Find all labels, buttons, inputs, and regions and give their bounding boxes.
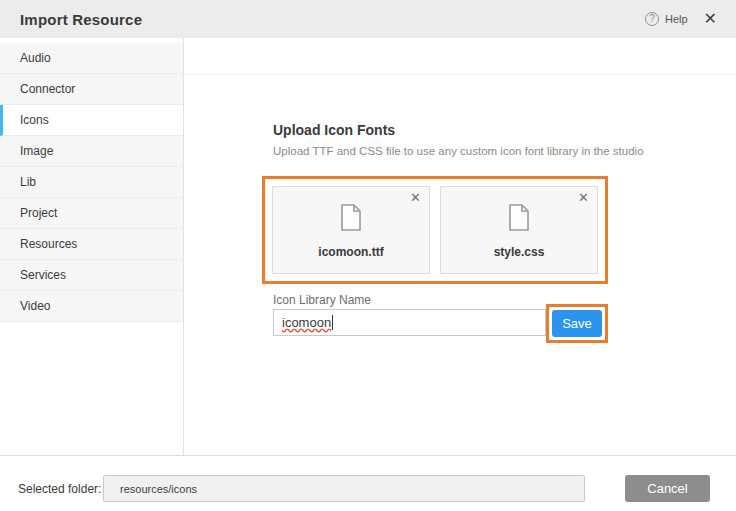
- cancel-button[interactable]: Cancel: [625, 475, 710, 502]
- file-card-css: ✕ style.css: [440, 186, 598, 274]
- dialog-title: Import Resource: [20, 11, 142, 28]
- sidebar-item-lib[interactable]: Lib: [0, 167, 183, 198]
- sidebar-item-project[interactable]: Project: [0, 198, 183, 229]
- close-icon[interactable]: ✕: [704, 11, 717, 27]
- icon-library-name-label: Icon Library Name: [273, 293, 371, 307]
- sidebar-item-resources[interactable]: Resources: [0, 229, 183, 260]
- save-button[interactable]: Save: [552, 310, 602, 337]
- main-top-divider: [184, 74, 736, 75]
- dialog-header: Import Resource ? Help ✕: [0, 0, 736, 38]
- selected-folder-label: Selected folder:: [18, 482, 101, 496]
- main-panel: Upload Icon Fonts Upload TTF and CSS fil…: [184, 38, 736, 455]
- file-card-ttf: ✕ icomoon.ttf: [272, 186, 430, 274]
- save-highlight-box: Save: [546, 304, 608, 343]
- sidebar-item-video[interactable]: Video: [0, 291, 183, 322]
- resource-type-sidebar: Audio Connector Icons Image Lib Project …: [0, 38, 184, 455]
- upload-subtitle: Upload TTF and CSS file to use any custo…: [273, 145, 644, 157]
- sidebar-item-audio[interactable]: Audio: [0, 43, 183, 74]
- document-icon: [340, 204, 362, 235]
- sidebar-item-image[interactable]: Image: [0, 136, 183, 167]
- dialog-footer: Selected folder: resources/icons Cancel: [0, 455, 736, 511]
- upload-heading: Upload Icon Fonts: [273, 122, 395, 138]
- help-icon: ?: [645, 12, 659, 26]
- uploaded-files-highlight-box: ✕ icomoon.ttf ✕ style.css: [262, 176, 608, 284]
- sidebar-item-connector[interactable]: Connector: [0, 74, 183, 105]
- text-caret: [332, 315, 333, 330]
- file-name: icomoon.ttf: [318, 245, 383, 259]
- file-name: style.css: [494, 245, 545, 259]
- selected-folder-input[interactable]: resources/icons: [103, 475, 585, 502]
- sidebar-item-icons[interactable]: Icons: [0, 105, 183, 136]
- document-icon: [508, 204, 530, 235]
- help-label: Help: [665, 13, 688, 25]
- icon-library-name-value: icomoon: [282, 315, 331, 330]
- icon-library-name-input[interactable]: icomoon: [273, 309, 546, 336]
- selected-folder-value: resources/icons: [120, 483, 197, 495]
- help-button[interactable]: ? Help: [645, 12, 688, 26]
- sidebar-item-services[interactable]: Services: [0, 260, 183, 291]
- remove-file-icon[interactable]: ✕: [578, 190, 589, 205]
- remove-file-icon[interactable]: ✕: [410, 190, 421, 205]
- import-resource-dialog: Import Resource ? Help ✕ Audio Connector…: [0, 0, 736, 511]
